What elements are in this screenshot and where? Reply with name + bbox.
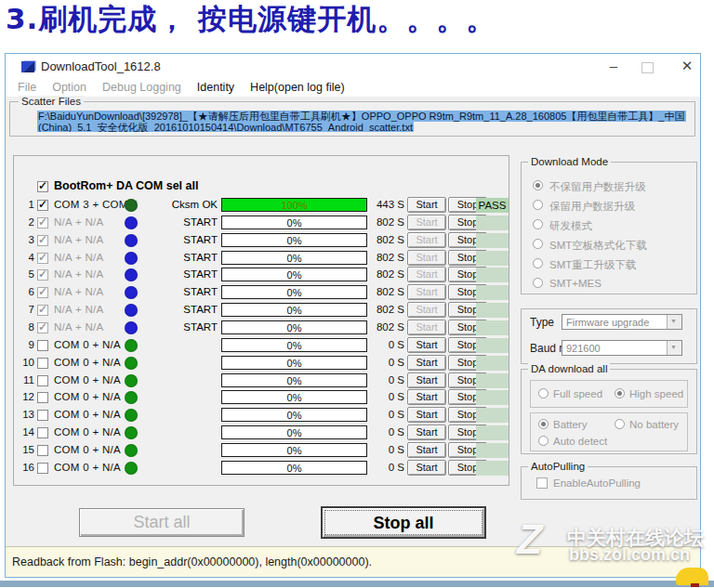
screenshot-canvas: 3.刷机完成， 按电源键开机。。。。 DownloadTool_1612.8 –…: [0, 0, 714, 588]
row-select-checkbox[interactable]: [37, 200, 48, 211]
type-dropdown[interactable]: Firmware upgrade: [562, 314, 682, 330]
scatter-path-line1: F:\BaiduYunDownload\[392978]_【★请解压后用包里自带…: [37, 111, 686, 122]
start-button[interactable]: Start: [407, 197, 446, 213]
row-select-checkbox[interactable]: [37, 235, 48, 246]
com-port-label: COM 0 + N/A: [54, 409, 121, 420]
row-select-checkbox[interactable]: [37, 322, 48, 333]
row-status-label: START: [150, 252, 218, 263]
start-button[interactable]: Start: [407, 355, 446, 371]
scatter-file-path[interactable]: F:\BaiduYunDownload\[392978]_【★请解压后用包里自带…: [37, 111, 690, 132]
download-grid-panel: BootRom+ DA COM sel all 1COM 3 + COM 5Ck…: [13, 155, 509, 486]
radio-button[interactable]: [538, 388, 549, 399]
row-select-checkbox[interactable]: [37, 217, 48, 229]
radio-button[interactable]: [533, 180, 543, 190]
row-number: 7: [18, 304, 34, 315]
baud-rate-dropdown[interactable]: 921600: [562, 340, 682, 356]
progress-label: 0%: [222, 392, 366, 403]
row-select-checkbox[interactable]: [37, 253, 48, 264]
radio-label: No battery: [629, 419, 679, 430]
row-select-checkbox[interactable]: [37, 410, 48, 421]
stop-all-button[interactable]: Stop all: [321, 506, 486, 539]
row-number: 5: [18, 268, 34, 280]
row-status-label: START: [150, 321, 218, 333]
row-select-checkbox[interactable]: [37, 427, 48, 438]
start-button[interactable]: Start: [407, 284, 446, 300]
com-port-label: COM 0 + N/A: [54, 357, 121, 368]
table-row: 16COM 0 + N/A0%0 SStartStop: [14, 460, 509, 477]
start-button[interactable]: Start: [407, 215, 446, 230]
start-button[interactable]: Start: [407, 232, 446, 248]
enable-autopulling-checkbox[interactable]: [536, 477, 548, 489]
menu-item-option[interactable]: Option: [46, 80, 93, 96]
row-select-checkbox[interactable]: [37, 445, 48, 456]
table-row: 5N/A + N/ASTART0%802 SStartStop: [14, 267, 509, 283]
start-button[interactable]: Start: [407, 267, 446, 282]
progress-label: 0%: [222, 269, 366, 281]
menu-item-identity[interactable]: Identity: [191, 80, 241, 96]
radio-button[interactable]: [533, 258, 543, 268]
close-button[interactable]: ✕: [678, 58, 696, 74]
row-select-checkbox[interactable]: [37, 392, 48, 403]
start-button[interactable]: Start: [407, 372, 446, 388]
row-select-checkbox[interactable]: [37, 269, 48, 281]
start-button[interactable]: Start: [407, 389, 446, 405]
row-number: 16: [18, 462, 34, 473]
radio-button[interactable]: [533, 200, 543, 210]
maximize-button[interactable]: [641, 62, 654, 73]
start-button[interactable]: Start: [407, 442, 446, 458]
radio-button[interactable]: [533, 239, 543, 249]
app-icon: [21, 61, 34, 72]
progress-label: 0%: [222, 305, 366, 316]
result-cell: [476, 303, 509, 318]
status-circle-icon: [125, 357, 138, 370]
result-cell: [476, 251, 509, 266]
row-select-checkbox[interactable]: [37, 287, 48, 298]
progress-bar: 0%: [221, 338, 367, 352]
start-button[interactable]: Start: [407, 337, 446, 353]
progress-bar: 0%: [221, 408, 367, 422]
start-button[interactable]: Start: [407, 250, 446, 266]
row-select-checkbox[interactable]: [37, 375, 48, 386]
table-row: 6N/A + N/ASTART0%802 SStartStop: [14, 284, 509, 301]
minimize-button[interactable]: –: [604, 58, 623, 73]
radio-label: 研发模式: [549, 219, 592, 233]
table-row: 13COM 0 + N/A0%0 SStartStop: [14, 407, 509, 424]
start-button[interactable]: Start: [407, 407, 446, 423]
radio-button[interactable]: [615, 388, 625, 399]
select-all-checkbox[interactable]: [37, 181, 48, 192]
row-select-checkbox[interactable]: [37, 358, 48, 369]
table-row: 10COM 0 + N/A0%0 SStartStop: [14, 355, 509, 372]
radio-button[interactable]: [538, 419, 549, 429]
row-number: 11: [18, 374, 34, 385]
radio-button[interactable]: [615, 419, 625, 429]
progress-label: 0%: [222, 217, 366, 229]
start-button[interactable]: Start: [407, 425, 446, 440]
row-select-checkbox[interactable]: [37, 340, 48, 351]
chevron-down-icon[interactable]: [667, 341, 681, 355]
progress-bar: 0%: [221, 251, 367, 265]
start-button[interactable]: Start: [407, 302, 446, 318]
progress-bar: 0%: [221, 461, 367, 475]
time-label: 0 S: [371, 357, 404, 368]
menu-item-file[interactable]: File: [11, 80, 43, 96]
row-select-checkbox[interactable]: [37, 305, 48, 316]
radio-button[interactable]: [533, 278, 543, 288]
row-number: 6: [18, 286, 34, 297]
start-button[interactable]: Start: [407, 460, 446, 476]
progress-bar: 0%: [221, 356, 367, 370]
da-download-group-label: DA download all: [528, 363, 610, 374]
time-label: 0 S: [371, 339, 404, 350]
menu-item-help-open-log-file[interactable]: Help(open log file): [244, 80, 350, 96]
result-cell: [476, 338, 509, 353]
start-button[interactable]: Start: [407, 320, 446, 335]
com-port-label: N/A + N/A: [54, 216, 104, 228]
radio-label: High speed: [629, 388, 683, 399]
radio-label: Battery: [553, 419, 587, 430]
radio-button[interactable]: [538, 436, 549, 446]
type-label: Type: [530, 316, 554, 329]
menu-item-debug-logging[interactable]: Debug Logging: [96, 80, 188, 96]
radio-button[interactable]: [533, 219, 543, 229]
chevron-down-icon[interactable]: [667, 315, 681, 329]
start-all-button[interactable]: Start all: [79, 508, 245, 537]
row-select-checkbox[interactable]: [37, 463, 48, 474]
